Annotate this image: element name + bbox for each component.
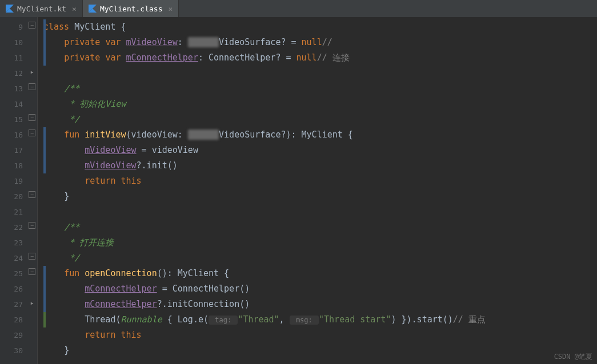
redacted-text: xxxxxx [188, 37, 219, 47]
fold-marker-icon[interactable]: − [29, 191, 35, 198]
line-number: 9 [0, 19, 23, 35]
class-name: MyClient [74, 22, 115, 32]
field-mConnectHelper: mConnectHelper [126, 52, 198, 63]
line-number: 28 [0, 312, 23, 327]
fold-marker-icon[interactable]: − [29, 114, 35, 121]
field-mVideoView: mVideoView [126, 37, 178, 47]
keyword: class [43, 22, 69, 32]
close-icon[interactable]: × [72, 5, 77, 13]
editor: 9101112131415161718192021222324252627282… [0, 17, 597, 364]
line-number: 24 [0, 250, 23, 266]
fold-column: − ▸ − − − − − − − ▸ [27, 17, 38, 364]
line-number: 26 [0, 281, 23, 297]
line-number: 20 [0, 189, 23, 204]
line-number: 29 [0, 327, 23, 343]
fun-openConnection: openConnection [85, 268, 157, 278]
line-number: 14 [0, 96, 23, 112]
line-number: 15 [0, 112, 23, 127]
line-number: 12 [0, 66, 23, 81]
doc-comment: */ [64, 114, 79, 124]
fun-initView: initView [85, 130, 126, 140]
doc-comment: /** [64, 222, 79, 232]
comment: // 连接 [317, 52, 350, 63]
parameter-hint: msg: [290, 316, 319, 325]
tab-myclient-class[interactable]: MyClient.class × [83, 0, 179, 17]
fold-marker-icon[interactable]: − [29, 83, 35, 90]
fold-toggle-icon[interactable]: − [29, 22, 35, 29]
parameter-hint: tag: [209, 316, 238, 325]
line-number: 30 [0, 343, 23, 358]
line-number: 10 [0, 35, 23, 50]
close-icon[interactable]: × [169, 5, 173, 13]
doc-comment: * 打开连接 [64, 237, 114, 248]
comment: // 重点 [453, 314, 486, 325]
line-number: 16 [0, 127, 23, 143]
line-number: 18 [0, 158, 23, 173]
watermark: CSDN @笔夏 [554, 352, 592, 362]
tab-bar: MyClient.kt × MyClient.class × [0, 0, 597, 17]
line-number: 19 [0, 173, 23, 189]
fold-marker-icon[interactable]: − [29, 222, 35, 229]
line-number-gutter: 9101112131415161718192021222324252627282… [0, 17, 27, 364]
comment: // [322, 37, 332, 47]
line-number: 11 [0, 50, 23, 66]
doc-comment: /** [64, 83, 79, 94]
tab-label: MyClient.class [100, 5, 163, 13]
fold-toggle-icon[interactable]: − [29, 268, 35, 275]
line-number: 13 [0, 81, 23, 96]
tab-label: MyClient.kt [17, 5, 66, 13]
code-area[interactable]: class MyClient { private var mVideoView:… [38, 17, 597, 364]
fold-marker-icon[interactable]: − [29, 253, 35, 260]
fold-toggle-icon[interactable]: − [29, 130, 35, 136]
fold-closed-icon[interactable]: ▸ [29, 300, 35, 306]
fold-closed-icon[interactable]: ▸ [29, 68, 35, 75]
line-number: 27 [0, 297, 23, 312]
redacted-text: xxxxxx [188, 130, 219, 140]
line-number: 17 [0, 143, 23, 158]
doc-comment: * 初始化View [64, 99, 126, 109]
tab-myclient-kt[interactable]: MyClient.kt × [0, 0, 83, 17]
doc-comment: */ [64, 253, 79, 263]
line-number: 25 [0, 266, 23, 281]
kotlin-class-icon [89, 5, 97, 13]
line-number: 23 [0, 235, 23, 250]
line-number: 21 [0, 204, 23, 220]
line-number: 22 [0, 220, 23, 235]
kotlin-file-icon [6, 5, 14, 13]
